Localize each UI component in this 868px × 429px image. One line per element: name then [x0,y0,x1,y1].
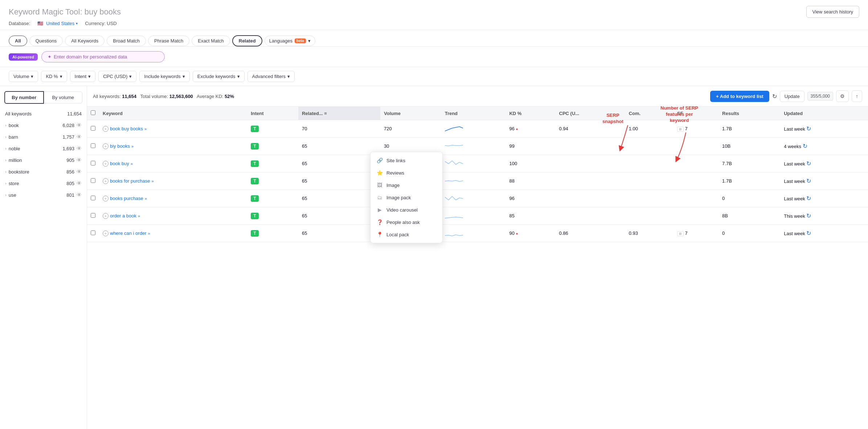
popup-item-image[interactable]: 🖼 Image [370,179,442,191]
kd-value: 96 ● [505,120,555,138]
by-number-toggle[interactable]: By number [4,91,44,104]
refresh-icon[interactable]: ↻ [806,213,811,219]
intent-badge: T [251,195,258,202]
arrow-right-icon: » [131,162,133,166]
kd-value: 99 [505,138,555,155]
sidebar-item-million[interactable]: › million 905 👁 [0,154,87,166]
com-value [625,172,673,190]
refresh-icon[interactable]: ↻ [806,230,811,236]
related-count: 65 [298,155,380,172]
filter-exclude[interactable]: Exclude keywords ▾ [193,71,245,82]
select-all-checkbox[interactable] [91,110,95,115]
sidebar-noble-count: 1,693 [62,146,74,151]
chevron-down-icon: ▾ [308,38,311,44]
eye-icon: 👁 [77,180,82,186]
sidebar-book-count: 6,028 [62,123,74,128]
updated-value: Last week ↻ [780,172,868,190]
popup-item-image-pack[interactable]: 🗂 Image pack [370,191,442,204]
row-checkbox[interactable] [91,126,95,131]
row-checkbox[interactable] [91,143,95,148]
sidebar-item-all-keywords[interactable]: All keywords 11,654 [0,108,87,119]
popup-item-reviews[interactable]: ⭐ Reviews [370,167,442,179]
row-checkbox[interactable] [91,196,95,200]
languages-button[interactable]: Languages beta ▾ [265,36,315,46]
tab-broad-match[interactable]: Broad Match [107,36,146,46]
kd-value: 90 ● [505,225,555,242]
tabs-row: All Questions All Keywords Broad Match P… [9,35,859,46]
keyword-link[interactable]: + books purchase » [103,196,243,201]
sidebar-bookstore-label: bookstore [9,169,29,175]
tab-related[interactable]: Related [232,35,262,46]
refresh-icon[interactable]: ↻ [806,178,811,184]
sidebar-item-barn[interactable]: › barn 1,757 👁 [0,131,87,143]
refresh-icon[interactable]: ↻ [806,126,811,132]
keyword-link[interactable]: + where can i order » [103,230,243,236]
results-value: 0 [718,190,780,207]
keyword-link[interactable]: + book buy » [103,161,243,167]
refresh-icon[interactable]: ↻ [806,160,811,167]
view-history-button[interactable]: View search history [806,6,859,18]
sidebar-item-use[interactable]: › use 801 👁 [0,189,87,201]
table-row: + order a book » T 65 170 [87,207,868,225]
people-also-ask-icon: ❓ [376,219,383,225]
page-title: Keyword Magic Tool: buy books [9,7,121,17]
row-checkbox[interactable] [91,213,95,218]
tab-exact-match[interactable]: Exact Match [192,36,230,46]
results-value: 1.7B [718,172,780,190]
trend-chart [445,124,463,132]
filter-kd[interactable]: KD % ▾ [41,71,67,82]
refresh-icon[interactable]: ↻ [806,195,811,201]
col-keyword: Keyword [99,107,247,120]
filter-volume[interactable]: Volume ▾ [9,71,38,82]
serp-features-dropdown[interactable]: 🔗 Site links ⭐ Reviews 🖼 Image 🗂 Image p… [370,152,443,243]
row-checkbox[interactable] [91,230,95,235]
popup-label-people-also-ask: People also ask [386,220,420,225]
domain-input[interactable]: ✦ Enter domain for personalized data [41,51,165,62]
cpc-value: 0.86 [556,225,625,242]
database-selector[interactable]: 🇺🇸 United States ▾ [37,21,78,26]
row-checkbox[interactable] [91,178,95,183]
popup-item-sitelinks[interactable]: 🔗 Site links [370,154,442,167]
updated-value: Last week ↻ [780,120,868,138]
tab-all-keywords[interactable]: All Keywords [65,36,105,46]
sidebar-item-store[interactable]: › store 805 👁 [0,177,87,189]
popup-item-local-pack[interactable]: 📍 Local pack [370,228,442,241]
popup-item-video-carousel[interactable]: ▶ Video carousel [370,204,442,216]
tab-all[interactable]: All [9,36,27,46]
keyword-link[interactable]: + books for purchase » [103,178,243,184]
sf-value [673,138,718,155]
col-related[interactable]: Related... ≡ [298,107,380,120]
sidebar-use-count: 801 [66,192,74,198]
by-volume-toggle[interactable]: By volume [44,91,83,103]
related-count: 65 [298,207,380,225]
col-updated: Updated [780,107,868,120]
sidebar-item-book[interactable]: › book 6,028 👁 [0,119,87,131]
row-checkbox[interactable] [91,161,95,166]
sidebar-item-noble[interactable]: › noble 1,693 👁 [0,143,87,154]
refresh-icon[interactable]: ↻ [803,143,807,149]
trend-chart [445,193,463,202]
export-icon-button[interactable]: ↑ [852,90,862,102]
popup-item-people-also-ask[interactable]: ❓ People also ask [370,216,442,228]
tab-questions[interactable]: Questions [29,36,63,46]
update-button[interactable]: Update [780,91,804,102]
filter-advanced[interactable]: Advanced filters ▾ [247,71,295,82]
eye-icon: 👁 [77,122,82,128]
filter-include[interactable]: Include keywords ▾ [139,71,189,82]
filter-cpc[interactable]: CPC (USD) ▾ [98,71,136,82]
filter-intent[interactable]: Intent ▾ [70,71,96,82]
keyword-link[interactable]: + order a book » [103,213,243,219]
cpc-value [556,172,625,190]
chevron-down-icon: ▾ [183,74,185,79]
add-to-keyword-list-button[interactable]: + Add to keyword list [710,91,769,102]
tab-phrase-match[interactable]: Phrase Match [148,36,189,46]
chevron-down-icon: ▾ [76,21,78,25]
keyword-link[interactable]: + book buy books » [103,126,243,132]
chevron-down-icon: ▾ [31,74,33,79]
chevron-right-icon: › [5,146,7,151]
keyword-link[interactable]: + biy books » [103,143,243,149]
settings-icon-button[interactable]: ⚙ [836,90,849,102]
eye-icon: 👁 [77,157,82,163]
arrow-right-icon: » [144,127,147,131]
sidebar-item-bookstore[interactable]: › bookstore 856 👁 [0,166,87,177]
